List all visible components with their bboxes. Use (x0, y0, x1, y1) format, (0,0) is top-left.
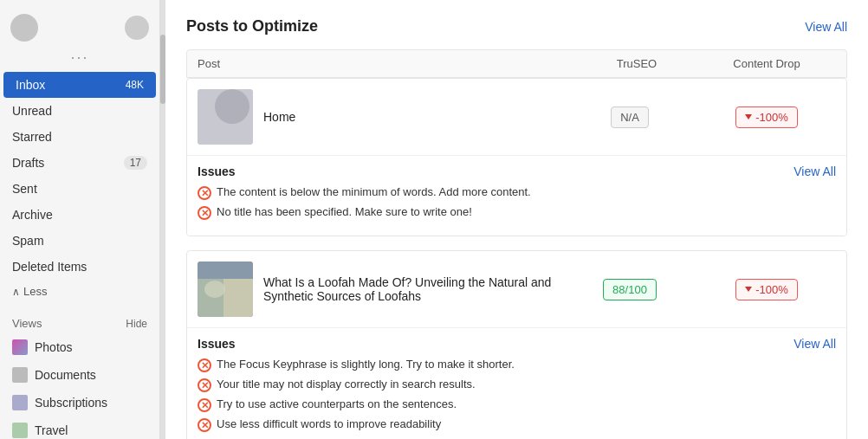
sidebar-item-archive[interactable]: Archive (0, 202, 159, 228)
main-content: Posts to Optimize View All Post TruSEO C… (165, 0, 868, 439)
profile-avatar (10, 14, 38, 42)
issue-icon: ✕ (198, 206, 211, 220)
issue-icon: ✕ (198, 378, 211, 392)
sidebar-item-subscriptions[interactable]: Subscriptions (0, 389, 159, 416)
inbox-badge: 48K (126, 79, 144, 91)
content-drop-badge-loofah: -100% (735, 279, 798, 300)
svg-rect-5 (223, 279, 253, 317)
arrow-down-icon-home (745, 114, 752, 119)
sidebar-item-spam[interactable]: Spam (0, 228, 159, 254)
sidebar-less-button[interactable]: ∧ Less (0, 280, 159, 303)
issue-text: The Focus Keyphrase is slightly long. Tr… (217, 358, 515, 371)
sidebar-item-drafts[interactable]: Drafts 17 (0, 150, 159, 176)
content-drop-cell-loofah: -100% (697, 279, 836, 300)
issue-text: Your title may not display correctly in … (217, 378, 476, 391)
post-card-home: Home N/A -100% Issues View All ✕ The con… (186, 78, 847, 236)
col-post: Post (198, 57, 576, 70)
post-thumbnail-loofah (198, 261, 253, 317)
issues-header-loofah: Issues View All (198, 337, 836, 351)
subscriptions-label: Subscriptions (35, 396, 107, 410)
unread-label: Unread (12, 104, 52, 118)
truseo-badge-loofah: 88/100 (603, 279, 657, 300)
less-label: Less (23, 285, 47, 298)
views-section-header: Views Hide (0, 310, 159, 333)
issues-title-home: Issues (198, 165, 236, 178)
arrow-down-icon-loofah (745, 287, 752, 292)
drafts-badge: 17 (124, 156, 147, 170)
post-title-home[interactable]: Home (263, 110, 295, 124)
post-row-home: Home N/A -100% (187, 79, 846, 155)
sidebar-item-photos[interactable]: Photos (0, 333, 159, 361)
scrollbar-track[interactable] (160, 0, 165, 439)
sidebar-item-deleted[interactable]: Deleted Items (0, 254, 159, 280)
issue-item: ✕ The Focus Keyphrase is slightly long. … (198, 358, 836, 372)
post-title-loofah[interactable]: What Is a Loofah Made Of? Unveiling the … (263, 275, 562, 303)
travel-icon (12, 423, 28, 438)
documents-label: Documents (35, 368, 96, 382)
hide-link[interactable]: Hide (126, 318, 147, 330)
col-content-drop: Content Drop (697, 57, 836, 70)
post-info-loofah: What Is a Loofah Made Of? Unveiling the … (198, 261, 562, 317)
issues-view-all-loofah[interactable]: View All (794, 337, 836, 351)
svg-point-6 (204, 281, 225, 298)
issue-icon: ✕ (198, 186, 211, 200)
issue-item: ✕ The content is below the minimum of wo… (198, 185, 836, 200)
drafts-label: Drafts (12, 156, 44, 170)
issue-icon: ✕ (198, 358, 211, 372)
sidebar-item-inbox[interactable]: Inbox 48K (3, 72, 156, 98)
sent-label: Sent (12, 182, 37, 196)
post-thumbnail-home (198, 89, 253, 145)
issues-title-loofah: Issues (198, 337, 236, 351)
sidebar-profile-area (0, 7, 159, 45)
profile-icon (125, 16, 149, 40)
issue-item: ✕ Try to use active counterparts on the … (198, 397, 836, 412)
loofah-thumb-svg (198, 261, 253, 317)
sidebar-item-sent[interactable]: Sent (0, 176, 159, 202)
truseo-badge-home: N/A (611, 107, 649, 128)
sidebar-item-travel[interactable]: Travel (0, 416, 159, 439)
main-header: Posts to Optimize View All (186, 17, 847, 36)
photos-label: Photos (35, 340, 73, 354)
col-truseo: TruSEO (576, 57, 697, 70)
photos-icon (12, 339, 28, 355)
post-info-home: Home (198, 89, 562, 145)
travel-label: Travel (35, 423, 68, 437)
content-drop-cell-home: -100% (697, 107, 836, 128)
documents-icon (12, 367, 28, 383)
issue-text: Try to use active counterparts on the se… (217, 397, 457, 410)
sidebar-dots: ··· (0, 45, 159, 70)
issue-text: No title has been specified. Make sure t… (217, 205, 472, 218)
view-all-link[interactable]: View All (805, 20, 847, 34)
sidebar-item-unread[interactable]: Unread (0, 98, 159, 124)
issue-icon: ✕ (198, 398, 211, 412)
issue-item: ✕ No title has been specified. Make sure… (198, 205, 836, 220)
profile-row-1 (10, 14, 149, 42)
scrollbar-thumb[interactable] (160, 35, 165, 104)
issues-section-loofah: Issues View All ✕ The Focus Keyphrase is… (187, 327, 846, 439)
svg-point-1 (215, 89, 249, 124)
issue-text: Use less difficult words to improve read… (217, 417, 441, 430)
post-card-loofah: What Is a Loofah Made Of? Unveiling the … (186, 250, 847, 439)
content-drop-badge-home: -100% (735, 107, 798, 128)
issue-item: ✕ Your title may not display correctly i… (198, 378, 836, 392)
truseo-cell-home: N/A (569, 107, 690, 128)
sidebar-nav: Inbox 48K Unread Starred Drafts 17 Sent … (0, 72, 159, 303)
svg-rect-3 (198, 261, 253, 279)
issue-icon: ✕ (198, 418, 211, 432)
table-header: Post TruSEO Content Drop (186, 49, 847, 78)
views-label: Views (12, 317, 42, 330)
issues-view-all-home[interactable]: View All (794, 165, 836, 178)
starred-label: Starred (12, 130, 52, 144)
truseo-cell-loofah: 88/100 (569, 279, 690, 300)
deleted-label: Deleted Items (12, 260, 87, 274)
sidebar-item-starred[interactable]: Starred (0, 124, 159, 150)
archive-label: Archive (12, 208, 53, 222)
post-row-loofah: What Is a Loofah Made Of? Unveiling the … (187, 251, 846, 327)
home-thumb-svg (198, 89, 253, 145)
inbox-label: Inbox (16, 78, 45, 92)
issues-header-home: Issues View All (198, 165, 836, 178)
page-title: Posts to Optimize (186, 17, 318, 36)
subscriptions-icon (12, 395, 28, 410)
sidebar: ··· Inbox 48K Unread Starred Drafts 17 S… (0, 0, 160, 439)
sidebar-item-documents[interactable]: Documents (0, 361, 159, 389)
